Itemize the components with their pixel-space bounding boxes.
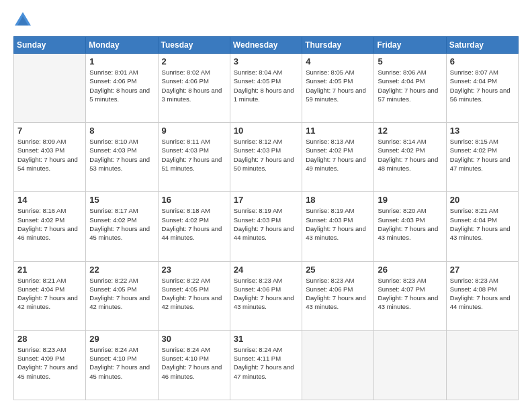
- calendar-day-cell: [302, 330, 374, 400]
- day-info: Sunrise: 8:24 AMSunset: 4:10 PMDaylight:…: [162, 345, 226, 381]
- day-info: Sunrise: 8:24 AMSunset: 4:10 PMDaylight:…: [89, 345, 154, 381]
- day-info: Sunrise: 8:19 AMSunset: 4:03 PMDaylight:…: [234, 206, 298, 242]
- calendar-day-cell: 14Sunrise: 8:16 AMSunset: 4:02 PMDayligh…: [14, 192, 86, 261]
- calendar-day-cell: 2Sunrise: 8:02 AMSunset: 4:06 PMDaylight…: [158, 54, 230, 123]
- day-info: Sunrise: 8:15 AMSunset: 4:02 PMDaylight:…: [450, 137, 515, 173]
- calendar-day-cell: 4Sunrise: 8:05 AMSunset: 4:05 PMDaylight…: [302, 54, 374, 123]
- day-number: 24: [234, 265, 298, 275]
- day-number: 28: [17, 334, 82, 344]
- day-info: Sunrise: 8:09 AMSunset: 4:03 PMDaylight:…: [17, 137, 82, 173]
- calendar-day-cell: 13Sunrise: 8:15 AMSunset: 4:02 PMDayligh…: [446, 123, 518, 192]
- calendar-day-cell: 1Sunrise: 8:01 AMSunset: 4:06 PMDaylight…: [86, 54, 158, 123]
- calendar-day-cell: [446, 330, 518, 400]
- day-number: 3: [234, 56, 298, 66]
- header: [13, 11, 519, 30]
- weekday-header: Saturday: [446, 37, 518, 54]
- calendar-day-cell: 22Sunrise: 8:22 AMSunset: 4:05 PMDayligh…: [86, 261, 158, 330]
- day-number: 15: [89, 195, 154, 205]
- day-number: 19: [378, 195, 442, 205]
- day-number: 16: [162, 195, 226, 205]
- day-info: Sunrise: 8:12 AMSunset: 4:03 PMDaylight:…: [234, 137, 298, 173]
- day-number: 17: [234, 195, 298, 205]
- day-info: Sunrise: 8:21 AMSunset: 4:04 PMDaylight:…: [17, 276, 82, 312]
- day-info: Sunrise: 8:04 AMSunset: 4:05 PMDaylight:…: [234, 68, 298, 103]
- calendar-table: SundayMondayTuesdayWednesdayThursdayFrid…: [13, 36, 519, 400]
- calendar-day-cell: 31Sunrise: 8:24 AMSunset: 4:11 PMDayligh…: [230, 330, 302, 400]
- day-number: 21: [17, 265, 82, 275]
- weekday-header: Thursday: [302, 37, 374, 54]
- day-number: 4: [306, 56, 370, 66]
- weekday-header: Sunday: [14, 37, 86, 54]
- logo-icon: [13, 11, 32, 30]
- day-number: 1: [89, 56, 154, 66]
- day-info: Sunrise: 8:20 AMSunset: 4:03 PMDaylight:…: [378, 206, 442, 242]
- calendar-day-cell: 15Sunrise: 8:17 AMSunset: 4:02 PMDayligh…: [86, 192, 158, 261]
- calendar-day-cell: 17Sunrise: 8:19 AMSunset: 4:03 PMDayligh…: [230, 192, 302, 261]
- day-info: Sunrise: 8:18 AMSunset: 4:02 PMDaylight:…: [162, 206, 226, 242]
- calendar-week-row: 7Sunrise: 8:09 AMSunset: 4:03 PMDaylight…: [14, 123, 519, 192]
- calendar-day-cell: 18Sunrise: 8:19 AMSunset: 4:03 PMDayligh…: [302, 192, 374, 261]
- calendar-day-cell: 29Sunrise: 8:24 AMSunset: 4:10 PMDayligh…: [86, 330, 158, 400]
- calendar-day-cell: 8Sunrise: 8:10 AMSunset: 4:03 PMDaylight…: [86, 123, 158, 192]
- calendar-day-cell: 26Sunrise: 8:23 AMSunset: 4:07 PMDayligh…: [374, 261, 446, 330]
- day-info: Sunrise: 8:06 AMSunset: 4:04 PMDaylight:…: [378, 68, 442, 103]
- calendar-day-cell: 9Sunrise: 8:11 AMSunset: 4:03 PMDaylight…: [158, 123, 230, 192]
- calendar-week-row: 28Sunrise: 8:23 AMSunset: 4:09 PMDayligh…: [14, 330, 519, 400]
- day-info: Sunrise: 8:16 AMSunset: 4:02 PMDaylight:…: [17, 206, 82, 242]
- calendar-day-cell: 19Sunrise: 8:20 AMSunset: 4:03 PMDayligh…: [374, 192, 446, 261]
- calendar-week-row: 14Sunrise: 8:16 AMSunset: 4:02 PMDayligh…: [14, 192, 519, 261]
- day-number: 7: [17, 126, 82, 136]
- day-info: Sunrise: 8:19 AMSunset: 4:03 PMDaylight:…: [306, 206, 370, 242]
- calendar-day-cell: 3Sunrise: 8:04 AMSunset: 4:05 PMDaylight…: [230, 54, 302, 123]
- day-number: 20: [450, 195, 515, 205]
- day-number: 13: [450, 126, 515, 136]
- weekday-header: Monday: [86, 37, 158, 54]
- weekday-header: Wednesday: [230, 37, 302, 54]
- day-number: 8: [89, 126, 154, 136]
- day-number: 9: [162, 126, 226, 136]
- calendar-day-cell: [374, 330, 446, 400]
- calendar-day-cell: [14, 54, 86, 123]
- day-info: Sunrise: 8:21 AMSunset: 4:04 PMDaylight:…: [450, 206, 515, 242]
- calendar-week-row: 21Sunrise: 8:21 AMSunset: 4:04 PMDayligh…: [14, 261, 519, 330]
- calendar-day-cell: 21Sunrise: 8:21 AMSunset: 4:04 PMDayligh…: [14, 261, 86, 330]
- day-number: 27: [450, 265, 515, 275]
- day-number: 11: [306, 126, 370, 136]
- calendar-day-cell: 16Sunrise: 8:18 AMSunset: 4:02 PMDayligh…: [158, 192, 230, 261]
- calendar-header-row: SundayMondayTuesdayWednesdayThursdayFrid…: [14, 37, 519, 54]
- page: SundayMondayTuesdayWednesdayThursdayFrid…: [0, 0, 532, 411]
- day-info: Sunrise: 8:05 AMSunset: 4:05 PMDaylight:…: [306, 68, 370, 103]
- calendar-day-cell: 6Sunrise: 8:07 AMSunset: 4:04 PMDaylight…: [446, 54, 518, 123]
- calendar-day-cell: 28Sunrise: 8:23 AMSunset: 4:09 PMDayligh…: [14, 330, 86, 400]
- day-number: 5: [378, 56, 442, 66]
- calendar-day-cell: 20Sunrise: 8:21 AMSunset: 4:04 PMDayligh…: [446, 192, 518, 261]
- day-info: Sunrise: 8:14 AMSunset: 4:02 PMDaylight:…: [378, 137, 442, 173]
- calendar-day-cell: 23Sunrise: 8:22 AMSunset: 4:05 PMDayligh…: [158, 261, 230, 330]
- day-number: 31: [234, 334, 298, 344]
- calendar-day-cell: 27Sunrise: 8:23 AMSunset: 4:08 PMDayligh…: [446, 261, 518, 330]
- day-info: Sunrise: 8:23 AMSunset: 4:06 PMDaylight:…: [306, 276, 370, 312]
- day-info: Sunrise: 8:24 AMSunset: 4:11 PMDaylight:…: [234, 345, 298, 381]
- calendar-day-cell: 30Sunrise: 8:24 AMSunset: 4:10 PMDayligh…: [158, 330, 230, 400]
- day-info: Sunrise: 8:01 AMSunset: 4:06 PMDaylight:…: [89, 68, 154, 103]
- calendar-day-cell: 5Sunrise: 8:06 AMSunset: 4:04 PMDaylight…: [374, 54, 446, 123]
- calendar-day-cell: 11Sunrise: 8:13 AMSunset: 4:02 PMDayligh…: [302, 123, 374, 192]
- calendar-day-cell: 7Sunrise: 8:09 AMSunset: 4:03 PMDaylight…: [14, 123, 86, 192]
- day-info: Sunrise: 8:23 AMSunset: 4:07 PMDaylight:…: [378, 276, 442, 312]
- day-number: 23: [162, 265, 226, 275]
- weekday-header: Friday: [374, 37, 446, 54]
- day-number: 18: [306, 195, 370, 205]
- day-info: Sunrise: 8:23 AMSunset: 4:09 PMDaylight:…: [17, 345, 82, 381]
- day-info: Sunrise: 8:07 AMSunset: 4:04 PMDaylight:…: [450, 68, 515, 103]
- day-number: 22: [89, 265, 154, 275]
- day-info: Sunrise: 8:23 AMSunset: 4:06 PMDaylight:…: [234, 276, 298, 312]
- calendar-day-cell: 25Sunrise: 8:23 AMSunset: 4:06 PMDayligh…: [302, 261, 374, 330]
- day-info: Sunrise: 8:10 AMSunset: 4:03 PMDaylight:…: [89, 137, 154, 173]
- day-info: Sunrise: 8:02 AMSunset: 4:06 PMDaylight:…: [162, 68, 226, 103]
- day-info: Sunrise: 8:17 AMSunset: 4:02 PMDaylight:…: [89, 206, 154, 242]
- day-info: Sunrise: 8:11 AMSunset: 4:03 PMDaylight:…: [162, 137, 226, 173]
- day-number: 26: [378, 265, 442, 275]
- calendar-day-cell: 10Sunrise: 8:12 AMSunset: 4:03 PMDayligh…: [230, 123, 302, 192]
- calendar-week-row: 1Sunrise: 8:01 AMSunset: 4:06 PMDaylight…: [14, 54, 519, 123]
- weekday-header: Tuesday: [158, 37, 230, 54]
